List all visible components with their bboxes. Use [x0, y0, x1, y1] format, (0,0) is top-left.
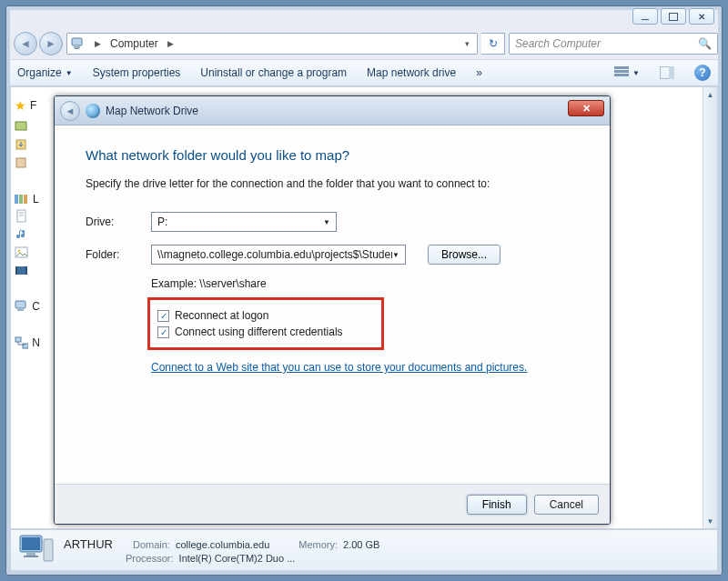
finish-button[interactable]: Finish	[467, 495, 527, 515]
more-commands-button[interactable]: »	[476, 66, 482, 79]
memory-value: 2.00 GB	[343, 539, 379, 550]
dialog-heading: What network folder would you like to ma…	[86, 147, 579, 163]
search-input[interactable]: Search Computer 🔍	[509, 33, 718, 55]
dialog-back-button[interactable]: ◄	[60, 101, 80, 121]
dialog-close-button[interactable]: ✕	[568, 100, 604, 116]
sidebar-item-network[interactable]: N	[32, 336, 40, 349]
svg-rect-9	[19, 195, 23, 204]
minimize-button[interactable]	[632, 8, 658, 25]
svg-rect-20	[17, 309, 24, 311]
browse-button[interactable]: Browse...	[428, 245, 500, 265]
svg-rect-1	[74, 46, 80, 48]
connect-website-link[interactable]: Connect to a Web site that you can use t…	[151, 361, 527, 374]
uninstall-program-button[interactable]: Uninstall or change a program	[200, 66, 347, 79]
reconnect-checkbox[interactable]: ✓	[157, 310, 169, 322]
example-text: Example: \\server\share	[151, 277, 579, 290]
memory-label: Memory:	[298, 539, 338, 550]
processor-value: Intel(R) Core(TM)2 Duo ...	[179, 553, 296, 564]
network-drive-icon	[86, 104, 100, 118]
forward-button[interactable]: ►	[39, 32, 63, 55]
chevron-right-icon: ▶	[91, 39, 105, 48]
domain-value: college.columbia.edu	[176, 539, 269, 550]
folder-label: Folder:	[86, 248, 144, 261]
nav-row: ◄ ► ▶ Computer ▶ ▾ ↻ Search Computer 🔍	[10, 28, 718, 59]
pictures-icon[interactable]	[15, 245, 29, 260]
svg-rect-7	[16, 158, 25, 167]
computer-icon	[71, 36, 86, 51]
cancel-button[interactable]: Cancel	[534, 495, 599, 515]
view-options-button[interactable]: ▼	[614, 66, 640, 79]
svg-rect-4	[669, 66, 674, 79]
documents-icon[interactable]	[15, 209, 29, 224]
preview-pane-icon	[660, 66, 674, 79]
svg-rect-10	[24, 195, 27, 204]
libraries-icon	[15, 194, 29, 205]
dialog-footer: Finish Cancel	[55, 484, 610, 524]
music-icon[interactable]	[15, 227, 29, 242]
folder-combobox[interactable]: \\magneto.college.columbia.edu\projects$…	[151, 245, 406, 265]
search-icon: 🔍	[698, 37, 712, 50]
sidebar-item-computer[interactable]: C	[32, 300, 40, 313]
svg-rect-8	[15, 195, 18, 204]
network-icon	[15, 336, 28, 349]
scroll-down-icon[interactable]: ▼	[703, 514, 717, 528]
refresh-button[interactable]: ↻	[481, 33, 505, 55]
processor-label: Processor:	[126, 553, 174, 564]
sidebar-item-libraries[interactable]: L	[33, 193, 39, 205]
help-button[interactable]: ?	[694, 65, 711, 81]
window-controls	[632, 8, 714, 25]
dialog-title: Map Network Drive	[106, 105, 198, 117]
dialog-body: What network folder would you like to ma…	[55, 125, 610, 484]
preview-pane-button[interactable]	[660, 66, 674, 79]
scrollbar[interactable]: ▲ ▼	[703, 87, 717, 528]
sidebar-item-favorites[interactable]: F	[30, 99, 36, 112]
drive-label: Drive:	[86, 215, 144, 228]
computer-name: ARTHUR	[64, 537, 113, 551]
computer-large-icon	[18, 534, 55, 566]
back-button[interactable]: ◄	[14, 32, 37, 55]
videos-icon[interactable]	[15, 264, 29, 278]
different-credentials-checkbox[interactable]: ✓	[157, 326, 169, 338]
domain-label: Domain:	[133, 539, 170, 550]
desktop-icon[interactable]	[15, 120, 29, 135]
search-placeholder: Search Computer	[515, 37, 601, 50]
maximize-button[interactable]	[661, 8, 686, 25]
system-properties-button[interactable]: System properties	[93, 66, 181, 79]
downloads-icon[interactable]	[15, 138, 29, 153]
dropdown-arrow-icon: ▼	[392, 251, 399, 259]
scroll-up-icon[interactable]: ▲	[703, 87, 717, 102]
folder-value: \\magneto.college.columbia.edu\projects$…	[157, 248, 392, 261]
organize-menu[interactable]: Organize▼	[17, 66, 73, 79]
map-network-drive-dialog: ◄ Map Network Drive ✕ What network folde…	[54, 95, 611, 525]
computer-icon	[15, 300, 28, 313]
different-credentials-label: Connect using different credentials	[175, 326, 343, 338]
drive-select[interactable]: P: ▼	[151, 212, 337, 232]
details-pane: ARTHUR Domain: college.columbia.edu Memo…	[10, 529, 718, 571]
dropdown-arrow-icon: ▼	[323, 218, 330, 226]
chevron-right-icon: ▶	[164, 39, 177, 48]
recent-icon[interactable]	[15, 156, 29, 171]
drive-value: P:	[157, 215, 167, 228]
navigation-pane: ★F L C N	[11, 87, 44, 528]
svg-rect-18	[25, 266, 27, 275]
highlighted-options: ✓ Reconnect at logon ✓ Connect using dif…	[147, 297, 384, 350]
svg-rect-17	[15, 266, 17, 275]
dropdown-arrow-icon[interactable]: ▾	[461, 39, 473, 48]
svg-point-15	[18, 250, 21, 253]
address-bar[interactable]: ▶ Computer ▶ ▾	[66, 33, 478, 55]
svg-rect-19	[15, 301, 25, 308]
svg-rect-0	[72, 38, 82, 45]
svg-rect-27	[44, 539, 53, 561]
dialog-titlebar: ◄ Map Network Drive ✕	[55, 96, 610, 125]
svg-rect-5	[15, 122, 26, 130]
svg-rect-21	[15, 337, 21, 342]
close-button[interactable]	[689, 8, 714, 25]
dialog-subtext: Specify the drive letter for the connect…	[86, 177, 579, 190]
map-network-drive-button[interactable]: Map network drive	[367, 66, 456, 79]
breadcrumb-location[interactable]: Computer	[110, 37, 158, 50]
command-bar: Organize▼ System properties Uninstall or…	[10, 59, 718, 86]
svg-rect-2	[75, 48, 79, 49]
star-icon: ★	[15, 98, 26, 113]
svg-rect-24	[22, 537, 40, 550]
reconnect-label: Reconnect at logon	[175, 309, 268, 322]
